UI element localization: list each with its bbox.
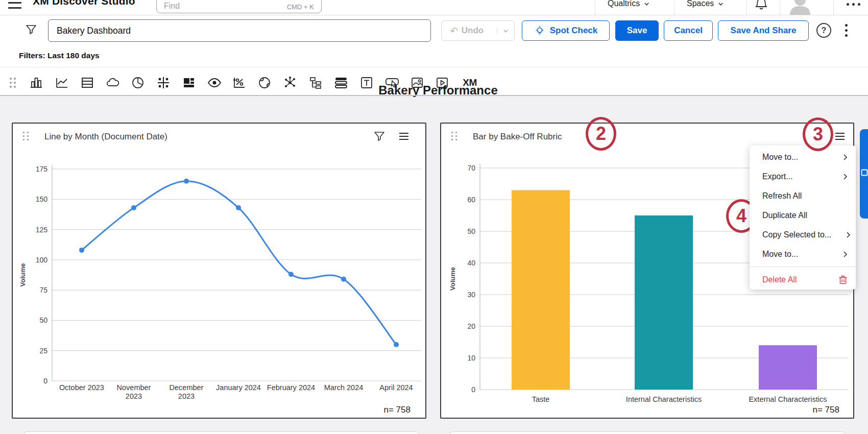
undo-history-dropdown[interactable]	[497, 28, 514, 34]
widget-menu-icon[interactable]	[398, 130, 410, 142]
undo-icon: ↶	[450, 25, 459, 37]
menu-item-move-to[interactable]: Move to...	[750, 148, 856, 167]
svg-text:October 2023: October 2023	[59, 383, 104, 392]
svg-text:Volume: Volume	[19, 263, 27, 287]
svg-text:10: 10	[467, 354, 475, 362]
right-panel-flyout-tab[interactable]	[860, 129, 868, 219]
line-widget-header: Line by Month (Document Date)	[13, 124, 425, 147]
svg-text:December: December	[170, 383, 204, 392]
global-search-input[interactable]: Find CMD + K	[156, 0, 322, 13]
scatter-plot-widget-icon[interactable]	[155, 74, 172, 91]
chevron-down-icon	[503, 28, 509, 34]
chevron-down-icon	[644, 1, 649, 7]
spot-check-label: Spot Check	[550, 26, 598, 36]
more-options-icon[interactable]	[847, 3, 860, 6]
user-avatar[interactable]	[788, 0, 812, 15]
svg-text:November: November	[117, 383, 151, 392]
save-button[interactable]: Save	[615, 20, 659, 41]
svg-text:75: 75	[39, 286, 47, 294]
svg-text:March 2024: March 2024	[324, 383, 364, 392]
next-row-widget-partial	[449, 431, 846, 434]
svg-text:175: 175	[36, 165, 48, 173]
menu-separator	[750, 267, 856, 267]
bar-widget-title: Bar by Bake-Off Rubric	[473, 132, 562, 142]
undo-split-button[interactable]: ↶ Undo	[441, 20, 515, 41]
topbar-separator	[780, 0, 780, 15]
widget-drag-handle[interactable]	[451, 132, 457, 141]
help-button[interactable]: ?	[816, 23, 831, 38]
bar-widget-header: Bar by Bake-Off Rubric	[441, 124, 853, 147]
app-title: XM Discover Studio	[33, 0, 135, 7]
menu-item-copy-selected-to[interactable]: Copy Selected to...	[750, 225, 856, 245]
submenu-chevron-icon	[845, 231, 852, 238]
menu-item-delete-all[interactable]: Delete All	[750, 270, 856, 290]
toolbar-drag-handle-icon[interactable]	[4, 74, 21, 91]
line-chart-widget-icon[interactable]	[53, 74, 70, 91]
top-bar: XM Discover Studio Find CMD + K Qualtric…	[0, 0, 868, 15]
svg-text:40: 40	[467, 259, 475, 267]
map-globe-widget-icon[interactable]	[256, 74, 273, 91]
metric-percent-widget-icon[interactable]	[230, 74, 248, 91]
spaces-dropdown-label: Spaces	[687, 0, 714, 8]
cancel-button[interactable]: Cancel	[664, 20, 713, 41]
svg-text:20: 20	[467, 322, 475, 330]
spot-check-button[interactable]: Spot Check	[522, 20, 610, 41]
edit-bar: ↶ Undo Spot Check Save Cancel	[0, 15, 868, 45]
menu-item-label: Delete All	[762, 275, 797, 284]
menu-item-label: Move to...	[762, 250, 798, 259]
lightbulb-icon	[534, 25, 545, 36]
spaces-dropdown[interactable]: Spaces	[687, 0, 724, 11]
undo-button[interactable]: ↶ Undo	[442, 25, 492, 37]
network-widget-icon[interactable]	[281, 74, 299, 91]
next-row-widget-partial	[23, 431, 420, 434]
widget-filter-icon[interactable]	[373, 130, 385, 142]
save-and-share-button[interactable]: Save And Share	[718, 20, 809, 41]
table-widget-icon[interactable]	[79, 74, 96, 91]
word-cloud-widget-icon[interactable]	[104, 74, 122, 91]
hierarchy-tree-widget-icon[interactable]	[307, 74, 324, 91]
notifications-bell-icon[interactable]	[755, 0, 767, 10]
line-chart[interactable]: 0255075100125150175Volumen= 758October 2…	[13, 149, 425, 419]
svg-text:2023: 2023	[126, 392, 142, 400]
menu-item-duplicate-all[interactable]: Duplicate All	[750, 206, 856, 225]
svg-text:April 2024: April 2024	[379, 383, 413, 392]
panel-icon	[861, 169, 868, 176]
chevron-down-icon	[718, 1, 724, 7]
line-chart-widget[interactable]: Line by Month (Document Date) 0255075100…	[12, 123, 426, 419]
kebab-menu-icon[interactable]	[845, 24, 848, 37]
widget-menu-icon[interactable]	[834, 130, 846, 142]
topbar-separator	[674, 0, 674, 15]
svg-text:100: 100	[36, 256, 48, 264]
menu-item-export[interactable]: Export...	[750, 167, 856, 186]
topbar-separator	[833, 0, 834, 15]
qualtrics-dropdown[interactable]: Qualtrics	[608, 0, 649, 11]
menu-item-label: Duplicate All	[762, 211, 807, 220]
svg-text:n= 758: n= 758	[813, 405, 839, 415]
bar-chart-widget-icon[interactable]	[28, 74, 45, 91]
toolbar-divider	[0, 95, 868, 96]
stacked-rows-widget-icon[interactable]	[332, 74, 350, 91]
submenu-chevron-icon	[841, 173, 849, 180]
svg-text:n= 758: n= 758	[384, 405, 411, 415]
menu-item-refresh-all[interactable]: Refresh All	[750, 186, 856, 206]
svg-text:30: 30	[467, 291, 475, 299]
pie-chart-widget-icon[interactable]	[129, 74, 147, 91]
find-placeholder: Find	[164, 2, 287, 11]
menu-item-label: Copy Selected to...	[762, 230, 831, 239]
menu-item-move-to-2[interactable]: Move to...	[750, 245, 856, 264]
svg-text:70: 70	[467, 164, 475, 172]
menu-item-label: Export...	[762, 172, 793, 181]
svg-text:0: 0	[43, 377, 47, 385]
annotation-step-2: 2	[586, 117, 616, 151]
hamburger-menu-icon[interactable]	[8, 0, 21, 12]
filters-label[interactable]: Filters: Last 180 days	[19, 51, 100, 60]
line-widget-title: Line by Month (Document Date)	[44, 132, 167, 142]
preview-eye-icon[interactable]	[206, 74, 223, 91]
widget-drag-handle[interactable]	[23, 132, 29, 141]
filter-funnel-icon[interactable]	[25, 23, 37, 36]
dashboard-name-input[interactable]	[48, 19, 431, 42]
filters-row: Filters: Last 180 days	[0, 45, 868, 67]
svg-text:125: 125	[36, 226, 48, 234]
layout-heatmap-widget-icon[interactable]	[180, 74, 198, 91]
svg-text:150: 150	[36, 195, 48, 203]
